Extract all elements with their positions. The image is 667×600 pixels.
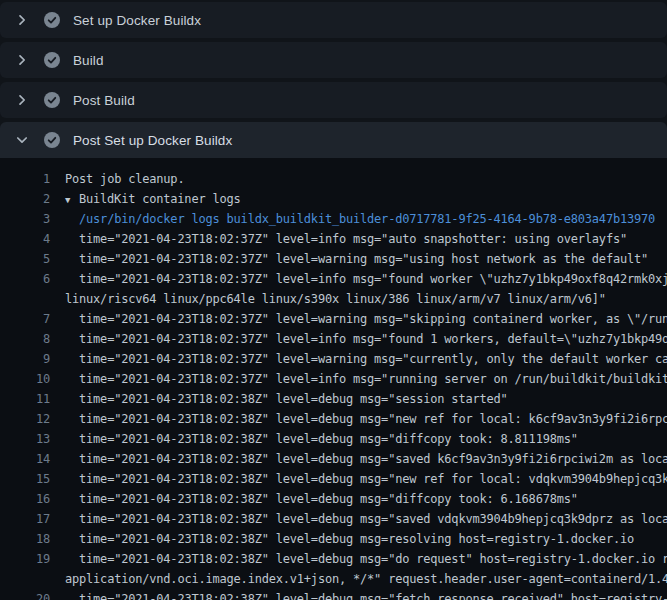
chevron-down-icon	[14, 132, 30, 148]
log-text: ▼BuildKit container logs	[65, 189, 241, 209]
step-header-build[interactable]: Build	[0, 42, 667, 78]
log-text: Post job cleanup.	[65, 169, 184, 189]
line-number-link[interactable]: 16	[0, 489, 50, 509]
step-label: Post Set up Docker Buildx	[73, 133, 232, 148]
log-line: 16 time="2021-04-23T18:02:38Z" level=deb…	[0, 489, 667, 509]
log-line: 1 Post job cleanup.	[0, 169, 667, 189]
line-number-link[interactable]: 4	[0, 229, 50, 249]
line-number-link[interactable]: 2	[0, 189, 50, 209]
log-text: time="2021-04-23T18:02:37Z" level=warnin…	[65, 309, 667, 329]
line-number-link[interactable]: 3	[0, 209, 50, 229]
log-text: time="2021-04-23T18:02:38Z" level=debug …	[65, 409, 667, 429]
log-line: application/vnd.oci.image.index.v1+json,…	[0, 569, 667, 589]
steps-list: Set up Docker Buildx Build	[0, 0, 667, 158]
check-circle-icon	[44, 52, 60, 68]
log-text: time="2021-04-23T18:02:37Z" level=info m…	[65, 269, 667, 289]
log-line: 9 time="2021-04-23T18:02:37Z" level=warn…	[0, 349, 667, 369]
log-text: time="2021-04-23T18:02:37Z" level=info m…	[65, 329, 667, 349]
log-line: 7 time="2021-04-23T18:02:37Z" level=warn…	[0, 309, 667, 329]
log-text: time="2021-04-23T18:02:37Z" level=warnin…	[65, 349, 667, 369]
log-text: time="2021-04-23T18:02:38Z" level=debug …	[65, 549, 667, 569]
line-number-link[interactable]: 1	[0, 169, 50, 189]
log-line: 19 time="2021-04-23T18:02:38Z" level=deb…	[0, 549, 667, 569]
line-number-link[interactable]: 14	[0, 449, 50, 469]
log-line: 10 time="2021-04-23T18:02:37Z" level=inf…	[0, 369, 667, 389]
line-number-link[interactable]: 8	[0, 329, 50, 349]
log-text: time="2021-04-23T18:02:37Z" level=info m…	[65, 229, 627, 249]
line-number-link[interactable]: 13	[0, 429, 50, 449]
log-text: time="2021-04-23T18:02:38Z" level=debug …	[65, 589, 667, 600]
log-text: application/vnd.oci.image.index.v1+json,…	[65, 569, 667, 589]
group-toggle-icon[interactable]: ▼	[65, 190, 79, 210]
line-number-link[interactable]: 18	[0, 529, 50, 549]
log-text: time="2021-04-23T18:02:38Z" level=debug …	[65, 509, 667, 529]
log-line: 15 time="2021-04-23T18:02:38Z" level=deb…	[0, 469, 667, 489]
log-line: 20 time="2021-04-23T18:02:38Z" level=deb…	[0, 589, 667, 600]
log-text: time="2021-04-23T18:02:38Z" level=debug …	[65, 389, 508, 409]
step-label: Set up Docker Buildx	[73, 13, 201, 28]
log-line: 4 time="2021-04-23T18:02:37Z" level=info…	[0, 229, 667, 249]
step-header-post-build[interactable]: Post Build	[0, 82, 667, 118]
line-number-link[interactable]: 15	[0, 469, 50, 489]
log-text: time="2021-04-23T18:02:37Z" level=warnin…	[65, 249, 648, 269]
line-number-link[interactable]: 19	[0, 549, 50, 569]
log-line: 17 time="2021-04-23T18:02:38Z" level=deb…	[0, 509, 667, 529]
log-line: 12 time="2021-04-23T18:02:38Z" level=deb…	[0, 409, 667, 429]
line-number-link[interactable]	[0, 569, 50, 589]
check-circle-icon	[44, 12, 60, 28]
line-number-link[interactable]: 6	[0, 269, 50, 289]
log-text: time="2021-04-23T18:02:38Z" level=debug …	[65, 429, 578, 449]
log-line: 13 time="2021-04-23T18:02:38Z" level=deb…	[0, 429, 667, 449]
log-text: linux/riscv64 linux/ppc64le linux/s390x …	[65, 289, 606, 309]
line-number-link[interactable]: 20	[0, 589, 50, 600]
log-text: time="2021-04-23T18:02:37Z" level=info m…	[65, 369, 667, 389]
chevron-right-icon	[14, 52, 30, 68]
step-header-post-set-up-docker-buildx[interactable]: Post Set up Docker Buildx	[0, 122, 667, 158]
log-line: 3 /usr/bin/docker logs buildx_buildkit_b…	[0, 209, 667, 229]
line-number-link[interactable]: 7	[0, 309, 50, 329]
log-line: 11 time="2021-04-23T18:02:38Z" level=deb…	[0, 389, 667, 409]
log-text: /usr/bin/docker logs buildx_buildkit_bui…	[65, 209, 655, 229]
line-number-link[interactable]: 12	[0, 409, 50, 429]
log-line: 5 time="2021-04-23T18:02:37Z" level=warn…	[0, 249, 667, 269]
log-viewer: 1 Post job cleanup. 2 ▼BuildKit containe…	[0, 158, 667, 600]
line-number-link[interactable]: 5	[0, 249, 50, 269]
log-text: time="2021-04-23T18:02:38Z" level=debug …	[65, 469, 667, 489]
log-line: 8 time="2021-04-23T18:02:37Z" level=info…	[0, 329, 667, 349]
log-line: 2 ▼BuildKit container logs	[0, 189, 667, 209]
check-circle-icon	[44, 92, 60, 108]
log-line: 14 time="2021-04-23T18:02:38Z" level=deb…	[0, 449, 667, 469]
line-number-link[interactable]	[0, 289, 50, 309]
step-header-set-up-docker-buildx[interactable]: Set up Docker Buildx	[0, 2, 667, 38]
line-number-link[interactable]: 17	[0, 509, 50, 529]
chevron-right-icon	[14, 12, 30, 28]
line-number-link[interactable]: 11	[0, 389, 50, 409]
step-label: Build	[73, 53, 104, 68]
line-number-link[interactable]: 9	[0, 349, 50, 369]
line-number-link[interactable]: 10	[0, 369, 50, 389]
log-text: time="2021-04-23T18:02:38Z" level=debug …	[65, 489, 578, 509]
step-label: Post Build	[73, 93, 135, 108]
log-text: time="2021-04-23T18:02:38Z" level=debug …	[65, 529, 634, 549]
log-text: time="2021-04-23T18:02:38Z" level=debug …	[65, 449, 667, 469]
log-line: 6 time="2021-04-23T18:02:37Z" level=info…	[0, 269, 667, 289]
log-line: linux/riscv64 linux/ppc64le linux/s390x …	[0, 289, 667, 309]
log-line: 18 time="2021-04-23T18:02:38Z" level=deb…	[0, 529, 667, 549]
chevron-right-icon	[14, 92, 30, 108]
check-circle-icon	[44, 132, 60, 148]
